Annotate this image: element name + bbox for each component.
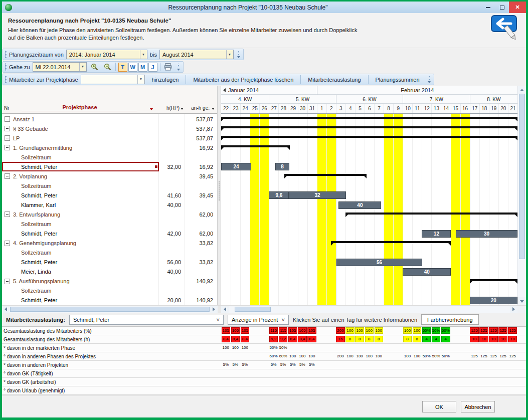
close-button[interactable]: ✕ bbox=[509, 2, 526, 13]
toolbar-overflow-icon[interactable] bbox=[427, 75, 432, 84]
utilization-cell[interactable]: 200 bbox=[336, 327, 345, 334]
planning-from-combo[interactable]: 2014: Januar 2014 bbox=[66, 50, 147, 59]
member-combo[interactable] bbox=[81, 75, 145, 84]
toolbar-overflow-icon[interactable] bbox=[176, 62, 182, 72]
utilization-cell[interactable]: 5% bbox=[288, 361, 297, 368]
utilization-cell[interactable]: 10 bbox=[470, 336, 479, 342]
table-row[interactable]: § 33 Gebäude537,87 bbox=[2, 124, 217, 133]
task-bar[interactable]: 40 bbox=[338, 201, 381, 209]
utilization-cell[interactable]: 115 bbox=[269, 327, 278, 334]
utilization-cell[interactable]: 125 bbox=[479, 327, 488, 334]
chevron-down-icon[interactable] bbox=[140, 50, 147, 59]
utilization-cell[interactable]: 8,4 bbox=[288, 336, 297, 342]
summary-bar[interactable] bbox=[221, 126, 517, 128]
utilization-cell[interactable]: 100 bbox=[298, 353, 307, 359]
utilization-cell[interactable]: 100 bbox=[345, 353, 355, 359]
scroll-thumb[interactable] bbox=[10, 307, 210, 312]
scroll-up-icon[interactable] bbox=[518, 86, 526, 94]
collapse-icon[interactable] bbox=[5, 116, 10, 122]
summary-bar[interactable] bbox=[221, 136, 517, 138]
summary-bar[interactable] bbox=[331, 241, 450, 243]
maximize-button[interactable] bbox=[495, 2, 509, 13]
vertical-scroll-track[interactable] bbox=[518, 94, 526, 297]
utilization-cell[interactable]: 5% bbox=[307, 361, 316, 368]
table-gantt-splitter[interactable] bbox=[218, 86, 221, 305]
scroll-right-icon[interactable] bbox=[210, 306, 218, 313]
print-icon[interactable] bbox=[163, 62, 173, 72]
collapse-icon[interactable] bbox=[5, 241, 10, 246]
chevron-down-icon[interactable] bbox=[79, 63, 86, 71]
utilization-cell[interactable]: 5% bbox=[222, 361, 231, 368]
task-bar[interactable]: 40 bbox=[403, 268, 451, 276]
goto-date-combo[interactable]: Mi 22.01.2014 bbox=[33, 62, 87, 72]
utilization-cell[interactable]: 105 bbox=[298, 327, 307, 334]
utilization-cell[interactable]: 5% bbox=[279, 361, 288, 368]
task-bar[interactable]: 56 bbox=[336, 259, 423, 266]
utilization-cell[interactable]: 8,4 bbox=[298, 336, 307, 342]
utilization-cell[interactable]: 100 bbox=[365, 327, 374, 334]
utilization-cell[interactable]: 4 bbox=[432, 336, 441, 342]
utilization-cell[interactable]: 100 bbox=[375, 353, 384, 359]
utilization-cell[interactable]: 100 bbox=[355, 327, 364, 334]
scroll-left-icon[interactable] bbox=[2, 306, 10, 313]
utilization-cell[interactable]: 5% bbox=[231, 361, 240, 368]
gantt-horizontal-scrollbar[interactable] bbox=[221, 306, 517, 313]
table-row[interactable]: Sollzeitraum bbox=[2, 286, 217, 296]
utilization-cell[interactable]: 100 bbox=[403, 353, 412, 359]
vertical-scroll-thumb[interactable] bbox=[519, 94, 525, 259]
utilization-cell[interactable]: 50% bbox=[422, 353, 431, 359]
utilization-cell[interactable]: 100 bbox=[375, 327, 384, 334]
view-toggle-w[interactable]: W bbox=[128, 63, 137, 72]
scroll-right-icon[interactable] bbox=[510, 306, 517, 313]
planning-sums-button[interactable]: Planungssummen bbox=[371, 74, 424, 85]
utilization-cell[interactable]: 8,4 bbox=[222, 336, 231, 342]
chevron-down-icon[interactable] bbox=[226, 50, 233, 59]
task-bar[interactable]: 24 bbox=[221, 163, 251, 170]
utilization-cell[interactable]: 125 bbox=[470, 353, 479, 359]
utilization-cell[interactable]: 125 bbox=[489, 327, 498, 334]
color-highlight-button[interactable]: Farbhervorhebung bbox=[421, 314, 479, 325]
utilization-cell[interactable]: 100 bbox=[355, 353, 364, 359]
planning-to-combo[interactable]: August 2014 bbox=[159, 50, 234, 59]
task-bar[interactable]: 9,6 bbox=[269, 191, 289, 199]
task-bar[interactable]: 30 bbox=[456, 230, 517, 238]
table-row[interactable]: Sollzeitraum bbox=[2, 181, 217, 190]
view-toggle-t[interactable]: T bbox=[118, 63, 127, 72]
table-row[interactable]: Schmidt, Peter20,00140,92 bbox=[2, 296, 217, 305]
toolbar-overflow-icon[interactable] bbox=[236, 50, 242, 59]
table-row[interactable]: Schmidt, Peter56,0033,82 bbox=[2, 258, 217, 267]
utilization-cell[interactable]: 100 bbox=[403, 327, 412, 334]
utilization-cell[interactable]: 50% bbox=[269, 344, 278, 351]
chevron-down-icon[interactable] bbox=[279, 317, 285, 323]
table-row[interactable]: Schmidt, Peter42,0062,00 bbox=[2, 229, 217, 239]
summary-bar[interactable] bbox=[284, 174, 367, 176]
scroll-down-icon[interactable] bbox=[518, 297, 526, 305]
delete-member-button[interactable]: Mitarbeiter aus der Projektphase löschen bbox=[189, 74, 298, 85]
table-row[interactable]: 5. Ausführungsplanung140,92 bbox=[2, 277, 217, 286]
collapse-icon[interactable] bbox=[5, 173, 10, 179]
view-toggle-j[interactable]: J bbox=[148, 63, 157, 72]
utilization-cell[interactable]: 16 bbox=[336, 336, 345, 342]
toolbar-grip[interactable] bbox=[5, 76, 7, 83]
utilization-cell[interactable]: 105 bbox=[307, 327, 316, 334]
filter-icon[interactable] bbox=[149, 108, 153, 110]
utilization-cell[interactable]: 105 bbox=[288, 327, 297, 334]
column-projektphase[interactable]: Projektphase bbox=[22, 104, 137, 111]
summary-bar[interactable] bbox=[470, 279, 517, 281]
utilization-cell[interactable]: 50% bbox=[441, 353, 450, 359]
table-row[interactable]: Schmidt, Peter41,6039,45 bbox=[2, 190, 217, 200]
chevron-down-icon[interactable] bbox=[214, 317, 220, 323]
utilization-cell[interactable]: 100 bbox=[231, 344, 240, 351]
utilization-cell[interactable]: 9,2 bbox=[269, 336, 278, 342]
employee-combo[interactable]: Schmidt, Peter bbox=[69, 315, 224, 325]
utilization-cell[interactable]: 8 bbox=[345, 336, 355, 342]
utilization-cell[interactable]: 60% bbox=[279, 353, 288, 359]
table-row[interactable]: 1. Grundlagenermittlung16,92 bbox=[2, 143, 217, 152]
utilization-cell[interactable]: 125 bbox=[498, 353, 507, 359]
utilization-cell[interactable]: 50% bbox=[441, 327, 450, 334]
collapse-icon[interactable] bbox=[5, 212, 10, 217]
table-row[interactable]: 3. Entwurfsplanung62,00 bbox=[2, 209, 217, 219]
utilization-cell[interactable]: 5% bbox=[269, 361, 278, 368]
table-row[interactable]: Ansatz 1537,87 bbox=[2, 114, 217, 124]
sort-icon[interactable] bbox=[181, 108, 184, 110]
